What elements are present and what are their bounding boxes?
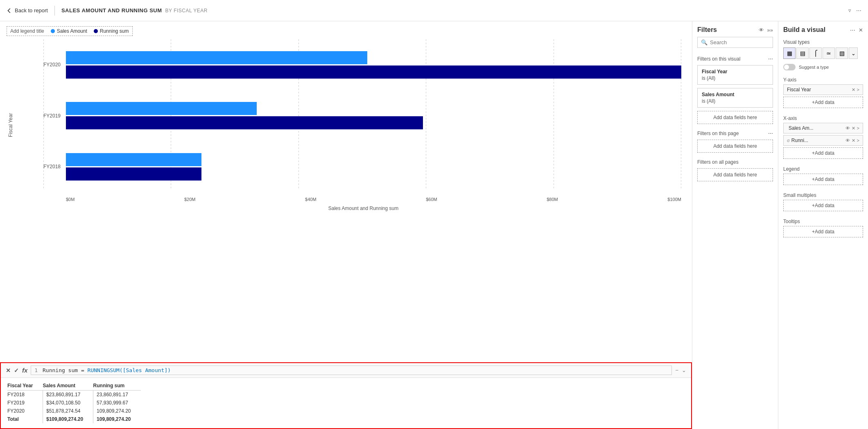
more-options-icon[interactable]: ⋯ bbox=[856, 7, 861, 14]
bar-running-fy2020 bbox=[66, 65, 681, 79]
cell-year-fy2020: FY2020 bbox=[7, 407, 43, 415]
build-close-icon[interactable]: ✕ bbox=[859, 27, 863, 33]
x-axis-add-data-button[interactable]: +Add data bbox=[783, 147, 863, 159]
x-axis-section: X-axis Sales Am... 👁 ✕ > σ Runni... 👁 ✕ … bbox=[778, 113, 868, 164]
cell-running-fy2019: 57,930,999.67 bbox=[93, 399, 141, 407]
field-remove-icon[interactable]: ✕ bbox=[852, 87, 855, 93]
bars-fy2018 bbox=[66, 153, 681, 181]
confirm-formula-button[interactable]: ✓ bbox=[14, 367, 19, 374]
visual-type-column-chart[interactable]: ▤ bbox=[796, 47, 809, 59]
chart-area: Add legend title Sales Amount Running su… bbox=[0, 21, 692, 429]
x-axis-field-sales[interactable]: Sales Am... 👁 ✕ > bbox=[783, 123, 863, 133]
chart-content: Add legend title Sales Amount Running su… bbox=[0, 21, 692, 362]
x-tick-40: $40M bbox=[305, 197, 316, 202]
bars-fy2019 bbox=[66, 102, 681, 129]
tooltips-add-data-button[interactable]: +Add data bbox=[783, 226, 863, 237]
close-formula-button[interactable]: ✕ bbox=[6, 367, 11, 374]
filter-value-sales-amount: is (All) bbox=[702, 98, 769, 104]
field-eye-icon-sales[interactable]: 👁 bbox=[845, 126, 850, 131]
search-box[interactable]: 🔍 bbox=[697, 37, 773, 48]
back-button[interactable]: Back to report bbox=[7, 7, 48, 14]
build-panel: Build a visual ⋯ ✕ Visual types ▦ ▤ ⎧ ≃ … bbox=[778, 21, 868, 429]
bar-sales-fy2019 bbox=[66, 102, 257, 115]
col-header-sales: Sales Amount bbox=[43, 381, 93, 391]
cell-running-fy2018: 23,860,891.17 bbox=[93, 391, 141, 399]
formula-line-number: 1 bbox=[34, 367, 38, 373]
suggest-type-toggle[interactable] bbox=[783, 64, 796, 70]
legend-label-sales: Sales Amount bbox=[57, 28, 87, 34]
suggest-type-toggle-area: Suggest a type bbox=[778, 62, 868, 75]
formula-input[interactable]: 1 Running sum = RUNNINGSUM([Sales Amount… bbox=[31, 366, 672, 375]
x-axis-field-sales-name: Sales Am... bbox=[789, 125, 844, 131]
bar-group-fy2020: FY2020 bbox=[43, 42, 681, 87]
legend-item-running: Running sum bbox=[94, 28, 129, 34]
formula-minimize-icon[interactable]: − bbox=[675, 367, 678, 373]
field-expand-icon-sales[interactable]: > bbox=[857, 126, 859, 131]
cell-running-fy2020: 109,809,274.20 bbox=[93, 407, 141, 415]
filter-card-fiscal-year[interactable]: Fiscal Year is (All) bbox=[697, 65, 773, 85]
field-remove-icon-sales[interactable]: ✕ bbox=[852, 126, 855, 131]
eye-icon[interactable]: 👁 bbox=[759, 27, 764, 33]
x-tick-100: $100M bbox=[667, 197, 681, 202]
visual-type-more-button[interactable]: ⌄ bbox=[849, 47, 858, 59]
search-icon: 🔍 bbox=[701, 39, 708, 45]
legend-dot-sales bbox=[51, 29, 55, 33]
filters-on-visual-more[interactable]: ⋯ bbox=[768, 56, 773, 62]
field-remove-icon-running[interactable]: ✕ bbox=[852, 138, 855, 143]
legend-add-data-button[interactable]: +Add data bbox=[783, 174, 863, 185]
legend-title-label[interactable]: Add legend title bbox=[10, 28, 44, 34]
search-input[interactable] bbox=[710, 39, 769, 45]
visual-type-combo[interactable]: ≃ bbox=[823, 47, 835, 59]
x-axis-running-icons: 👁 ✕ > bbox=[845, 138, 859, 143]
x-tick-0: $0M bbox=[66, 197, 75, 202]
legend-item-sales: Sales Amount bbox=[51, 28, 87, 34]
add-all-filter-button[interactable]: Add data fields here bbox=[697, 168, 773, 181]
build-more-icon[interactable]: ⋯ bbox=[850, 27, 855, 33]
small-multiples-add-data-button[interactable]: +Add data bbox=[783, 200, 863, 211]
filter-value-fiscal-year: is (All) bbox=[702, 75, 769, 81]
visual-type-line-chart[interactable]: ⎧ bbox=[809, 47, 822, 59]
build-panel-header: Build a visual ⋯ ✕ bbox=[778, 21, 868, 37]
visual-type-table[interactable]: ▧ bbox=[836, 47, 848, 59]
x-axis-ticks: $0M $20M $40M $60M $80M $100M bbox=[66, 197, 681, 202]
cell-total-label: Total bbox=[7, 415, 43, 423]
build-title: Build a visual bbox=[783, 26, 847, 34]
filter-icon[interactable]: ▿ bbox=[848, 7, 851, 14]
page-subtitle: BY FISCAL YEAR bbox=[165, 8, 208, 14]
chart-wrapper: Fiscal Year bbox=[7, 39, 685, 211]
y-axis-section: Y-axis Fiscal Year ✕ > +Add data bbox=[778, 75, 868, 113]
back-label: Back to report bbox=[15, 7, 48, 14]
field-expand-icon-running[interactable]: > bbox=[857, 138, 859, 143]
y-axis-field-fiscal-year[interactable]: Fiscal Year ✕ > bbox=[783, 84, 863, 95]
bar-running-fy2018 bbox=[66, 167, 201, 181]
legend: Add legend title Sales Amount Running su… bbox=[7, 26, 133, 36]
y-axis-add-data-button[interactable]: +Add data bbox=[783, 97, 863, 108]
table-row: FY2020 $51,878,274.54 109,809,274.20 bbox=[7, 407, 141, 415]
y-axis-field-name: Fiscal Year bbox=[787, 87, 850, 93]
add-visual-filter-button[interactable]: Add data fields here bbox=[697, 111, 773, 124]
formula-expand-icon[interactable]: ⌄ bbox=[682, 367, 686, 373]
expand-icon[interactable]: »» bbox=[767, 27, 773, 33]
field-expand-icon[interactable]: > bbox=[857, 87, 859, 93]
add-page-filter-button[interactable]: Add data fields here bbox=[697, 140, 773, 153]
col-header-running: Running sum bbox=[93, 381, 141, 391]
visual-type-bar-chart[interactable]: ▦ bbox=[783, 47, 796, 59]
cell-year-fy2018: FY2018 bbox=[7, 391, 43, 399]
small-multiples-section: Small multiples +Add data bbox=[778, 190, 868, 216]
field-eye-icon-running[interactable]: 👁 bbox=[845, 138, 850, 143]
filter-card-sales-amount[interactable]: Sales Amount is (All) bbox=[697, 88, 773, 108]
filters-on-visual-section: Filters on this visual ⋯ bbox=[692, 53, 778, 63]
y-axis-label: Y-axis bbox=[783, 77, 863, 83]
header: Back to report SALES AMOUNT AND RUNNING … bbox=[0, 0, 868, 21]
filters-on-page-label: Filters on this page bbox=[697, 131, 739, 136]
cell-total-running: 109,809,274.20 bbox=[93, 415, 141, 423]
table-row-total: Total $109,809,274.20 109,809,274.20 bbox=[7, 415, 141, 423]
x-axis-field-running[interactable]: σ Runni... 👁 ✕ > bbox=[783, 135, 863, 146]
filters-on-page-section: Filters on this page ⋯ bbox=[692, 127, 778, 138]
bar-group-fy2019: FY2019 bbox=[43, 93, 681, 138]
header-divider bbox=[54, 6, 55, 16]
cell-total-sales: $109,809,274.20 bbox=[43, 415, 93, 423]
filters-on-page-more[interactable]: ⋯ bbox=[768, 131, 773, 136]
x-tick-80: $80M bbox=[547, 197, 558, 202]
cell-sales-fy2019: $34,070,108.50 bbox=[43, 399, 93, 407]
